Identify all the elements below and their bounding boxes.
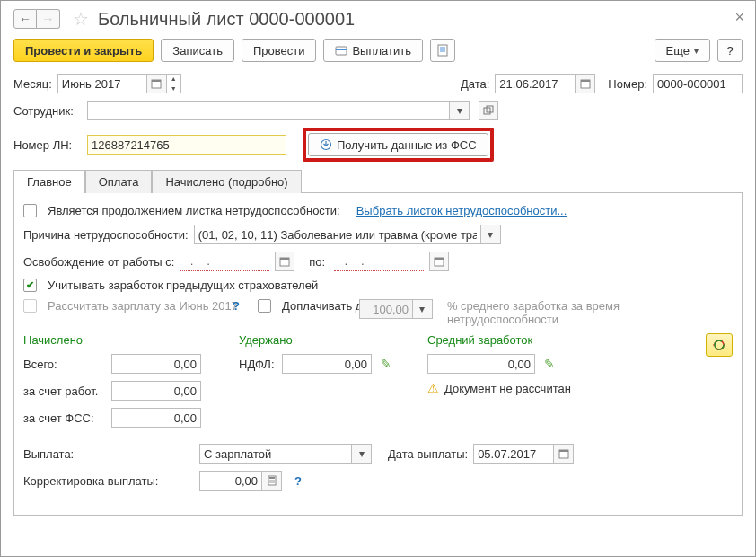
absence-from-input[interactable] <box>180 252 269 271</box>
svg-rect-20 <box>269 477 275 479</box>
withheld-header: Удержано <box>239 333 391 347</box>
continuation-link[interactable]: Выбрать листок нетрудоспособности... <box>356 204 567 217</box>
accrued-header: Начислено <box>23 333 203 347</box>
pay-button[interactable]: Выплатить <box>323 39 423 62</box>
topup-label: Доплачивать до <box>282 299 354 313</box>
svg-point-21 <box>269 480 271 482</box>
svg-rect-18 <box>559 450 568 452</box>
absence-to-input[interactable] <box>334 252 424 271</box>
svg-rect-7 <box>152 80 161 82</box>
employee-dropdown-button[interactable]: ▾ <box>450 101 470 120</box>
svg-rect-14 <box>280 258 289 260</box>
ndfl-input[interactable] <box>282 354 372 374</box>
tab-accrued[interactable]: Начислено (подробно) <box>152 170 301 193</box>
payment-select[interactable] <box>199 444 352 464</box>
favorite-star-icon[interactable]: ☆ <box>73 8 89 30</box>
payment-date-label: Дата выплаты: <box>388 447 468 461</box>
employee-input[interactable] <box>87 101 450 120</box>
employer-input[interactable] <box>111 381 201 401</box>
absence-from-label: Освобождение от работы с: <box>23 255 174 269</box>
fss-highlight: Получить данные из ФСС <box>303 128 494 162</box>
tab-main[interactable]: Главное <box>13 170 85 193</box>
recalc-help[interactable]: ? <box>233 299 240 313</box>
recalc-label: Рассчитать зарплату за Июнь 2017 <box>48 299 227 313</box>
recalc-checkbox <box>23 299 37 313</box>
fss-fetch-button[interactable]: Получить данные из ФСС <box>308 133 488 156</box>
svg-point-25 <box>271 482 273 483</box>
avg-edit-icon[interactable]: ✎ <box>544 357 555 371</box>
employer-label: за счет работ. <box>23 385 106 398</box>
avg-note: % среднего заработка за время нетрудоспо… <box>447 299 645 326</box>
correction-calc-button[interactable] <box>262 471 282 491</box>
close-button[interactable]: × <box>734 8 744 27</box>
svg-rect-16 <box>435 258 444 260</box>
employee-label: Сотрудник: <box>13 104 82 118</box>
absence-from-calendar[interactable] <box>275 252 294 271</box>
warning-icon: ⚠ <box>427 381 439 395</box>
avg-input[interactable] <box>427 354 535 374</box>
payment-date-calendar[interactable] <box>554 444 574 464</box>
nav-forward-button[interactable]: → <box>37 9 60 29</box>
svg-point-26 <box>273 482 275 483</box>
date-input[interactable] <box>495 74 576 93</box>
month-label: Месяц: <box>13 77 52 91</box>
correction-label: Корректировка выплаты: <box>23 474 194 488</box>
number-label: Номер: <box>608 77 647 91</box>
reason-select[interactable] <box>194 225 481 244</box>
continuation-checkbox[interactable] <box>23 204 37 217</box>
svg-point-24 <box>269 482 271 483</box>
topup-dropdown[interactable]: ▾ <box>413 299 433 319</box>
month-calendar-button[interactable] <box>147 74 167 93</box>
continuation-label: Является продолжением листка нетрудоспос… <box>48 204 340 217</box>
ln-number-input[interactable] <box>87 135 286 155</box>
more-button[interactable]: Еще <box>655 39 710 62</box>
svg-rect-9 <box>581 80 590 82</box>
topup-checkbox[interactable] <box>258 299 271 313</box>
svg-rect-0 <box>336 47 347 55</box>
svg-point-22 <box>271 480 273 482</box>
fss-share-label: за счет ФСС: <box>23 411 106 425</box>
correction-input[interactable] <box>199 471 262 491</box>
total-label: Всего: <box>23 358 106 371</box>
month-input[interactable] <box>57 74 147 93</box>
nav-back-button[interactable]: ← <box>13 9 37 29</box>
svg-rect-1 <box>336 49 347 50</box>
window-title: Больничный лист 0000-000001 <box>98 9 355 30</box>
payment-dropdown-button[interactable]: ▾ <box>352 444 372 464</box>
report-button[interactable] <box>430 39 455 62</box>
tab-payment[interactable]: Оплата <box>85 170 153 193</box>
avg-header: Средний заработок <box>427 333 607 347</box>
svg-rect-2 <box>438 45 447 56</box>
ndfl-label: НДФЛ: <box>239 358 277 371</box>
employee-open-button[interactable] <box>479 101 498 120</box>
download-icon <box>320 138 332 151</box>
submit-button[interactable]: Провести <box>242 39 317 62</box>
svg-point-23 <box>273 480 275 482</box>
correction-help[interactable]: ? <box>294 474 302 488</box>
save-button[interactable]: Записать <box>161 39 234 62</box>
ndfl-edit-icon[interactable]: ✎ <box>381 357 391 371</box>
prev-insurers-checkbox[interactable] <box>23 278 37 292</box>
reason-label: Причина нетрудоспособности: <box>23 228 189 242</box>
date-calendar-button[interactable] <box>576 74 595 93</box>
date-label: Дата: <box>461 77 489 91</box>
topup-input <box>359 299 413 319</box>
pay-icon <box>335 44 347 57</box>
fss-share-input[interactable] <box>111 408 201 428</box>
ln-number-label: Номер ЛН: <box>13 138 82 152</box>
absence-to-label: по: <box>309 255 325 269</box>
submit-close-button[interactable]: Провести и закрыть <box>13 39 154 62</box>
absence-to-calendar[interactable] <box>429 252 449 271</box>
payment-date-input[interactable] <box>473 444 554 464</box>
total-input[interactable] <box>111 354 201 374</box>
help-button[interactable]: ? <box>717 39 743 62</box>
pay-button-label: Выплатить <box>352 44 411 57</box>
reason-dropdown-button[interactable]: ▾ <box>481 225 501 244</box>
not-calculated-label: Документ не рассчитан <box>444 382 571 395</box>
payment-label: Выплата: <box>23 447 194 461</box>
number-input[interactable] <box>653 74 743 93</box>
prev-insurers-label: Учитывать заработок предыдущих страховат… <box>48 278 318 292</box>
refresh-button[interactable] <box>706 333 733 357</box>
month-spinner[interactable]: ▲▼ <box>167 74 181 93</box>
fss-fetch-label: Получить данные из ФСС <box>337 138 477 152</box>
